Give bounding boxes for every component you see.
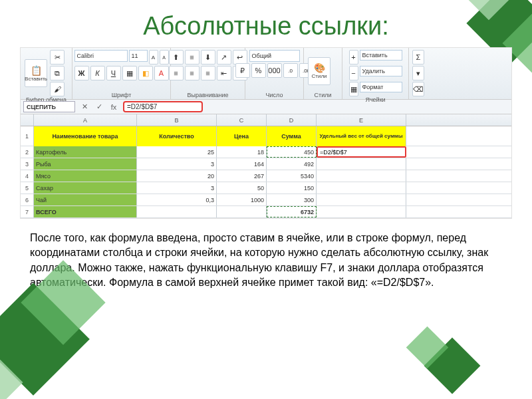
cell-price[interactable]: 18	[217, 146, 267, 158]
cell-total-sum[interactable]: 6732	[267, 206, 317, 217]
ribbon-group-clipboard: 📋 Вставить ✂ ⧉ 🖌 Буфер обмена	[21, 48, 72, 99]
cell-price[interactable]: 267	[217, 170, 267, 182]
format-cells-label[interactable]: Формат	[360, 82, 402, 92]
number-format-select[interactable]: Общий	[249, 50, 300, 62]
cell-name[interactable]: Чай	[34, 194, 137, 205]
indent-dec-button[interactable]: ⇤	[217, 66, 231, 80]
font-color-button[interactable]: A	[154, 66, 169, 80]
clear-button[interactable]: ⌫	[412, 82, 424, 96]
inc-decimal-button[interactable]: .0	[283, 63, 298, 78]
fill-color-button[interactable]: ◧	[138, 66, 153, 80]
table-row: 6 Чай 0,3 1000 300	[21, 194, 511, 206]
table-total-row: 7 ВСЕГО 6732	[21, 206, 511, 218]
insert-cell-button[interactable]: +	[349, 50, 358, 65]
font-shrink-button[interactable]: A	[160, 50, 169, 65]
row-label[interactable]: 2	[21, 146, 34, 158]
column-header-c[interactable]: C	[217, 114, 267, 126]
cell-empty[interactable]	[317, 206, 406, 217]
paste-button[interactable]: 📋 Вставить	[25, 59, 47, 87]
cell-name[interactable]: Сахар	[34, 182, 137, 194]
cell-qty[interactable]: 0,3	[137, 194, 217, 205]
percent-button[interactable]: %	[251, 63, 266, 78]
fx-button[interactable]: fx	[108, 102, 119, 112]
header-sum[interactable]: Сумма	[267, 126, 317, 146]
cell-name[interactable]: Мясо	[34, 170, 137, 182]
format-cell-button[interactable]: ▦	[349, 82, 358, 96]
font-grow-button[interactable]: A	[149, 50, 158, 65]
copy-button[interactable]: ⧉	[50, 66, 65, 80]
cell-qty[interactable]: 3	[137, 158, 217, 170]
column-header-a[interactable]: A	[34, 114, 137, 126]
align-top-button[interactable]: ⬆	[169, 50, 184, 65]
format-painter-button[interactable]: 🖌	[50, 82, 65, 96]
formula-accept-button[interactable]: ✓	[94, 102, 104, 112]
formula-cancel-button[interactable]: ✕	[79, 102, 90, 112]
column-header-d[interactable]: D	[267, 114, 317, 126]
border-button[interactable]: ▦	[122, 66, 137, 80]
italic-button[interactable]: К	[90, 66, 105, 80]
row-label[interactable]: 5	[21, 182, 34, 194]
orientation-button[interactable]: ↗	[217, 50, 231, 65]
row-label[interactable]: 4	[21, 170, 34, 182]
cell-sum[interactable]: 300	[267, 194, 317, 205]
insert-cells-label[interactable]: Вставить	[360, 50, 402, 61]
row-label-1[interactable]: 1	[21, 126, 34, 146]
header-share[interactable]: Удельный вес от общей суммы	[317, 126, 406, 146]
row-label[interactable]: 3	[21, 158, 34, 170]
cell-sum[interactable]: 450	[267, 146, 317, 158]
cell-empty[interactable]	[137, 206, 217, 217]
font-group-label: Шрифт	[76, 92, 166, 98]
cell-share-formula[interactable]: =D2/$D$7	[317, 146, 406, 158]
cell-share[interactable]	[317, 182, 406, 194]
bold-button[interactable]: Ж	[74, 66, 89, 80]
font-name-select[interactable]: Calibri	[74, 50, 128, 62]
autosum-button[interactable]: Σ	[412, 50, 424, 65]
column-headers: A B C D E	[21, 114, 511, 126]
fill-button[interactable]: ▾	[412, 66, 424, 80]
column-header-b[interactable]: B	[137, 114, 217, 126]
align-center-button[interactable]: ≡	[185, 66, 200, 80]
cell-name[interactable]: Рыба	[34, 158, 137, 170]
cell-qty[interactable]: 3	[137, 182, 217, 194]
cell-sum[interactable]: 5340	[267, 170, 317, 182]
column-header-e[interactable]: E	[317, 114, 406, 126]
cell-sum[interactable]: 492	[267, 158, 317, 170]
select-all-corner[interactable]	[21, 114, 34, 126]
cell-share[interactable]	[317, 158, 406, 170]
delete-cells-label[interactable]: Удалить	[360, 66, 402, 76]
align-right-button[interactable]: ≡	[201, 66, 215, 80]
row-label[interactable]: 7	[21, 206, 34, 217]
align-middle-button[interactable]: ≡	[185, 50, 200, 65]
cell-sum[interactable]: 150	[267, 182, 317, 194]
cell-share[interactable]	[317, 170, 406, 182]
formula-input[interactable]: =D2/$D$7	[123, 101, 203, 112]
styles-group-label: Стили	[308, 92, 338, 98]
cell-total-label[interactable]: ВСЕГО	[34, 206, 137, 217]
styles-button[interactable]: 🎨 Стили	[308, 57, 331, 85]
align-bottom-button[interactable]: ⬇	[201, 50, 215, 65]
row-label[interactable]: 6	[21, 194, 34, 205]
ribbon: 📋 Вставить ✂ ⧉ 🖌 Буфер обмена Calibri 11…	[21, 48, 511, 100]
cut-button[interactable]: ✂	[50, 50, 65, 65]
delete-cell-button[interactable]: −	[349, 66, 358, 80]
cell-name[interactable]: Картофель	[34, 146, 137, 158]
currency-button[interactable]: ₽	[235, 63, 250, 78]
header-price[interactable]: Цена	[217, 126, 267, 146]
underline-button[interactable]: Ч	[106, 66, 121, 80]
cell-price[interactable]: 1000	[217, 194, 267, 205]
header-qty[interactable]: Количество	[137, 126, 217, 146]
ribbon-group-font: Calibri 11 A A Ж К Ч ▦ ◧ A Шрифт	[72, 48, 171, 99]
font-size-select[interactable]: 11	[129, 50, 148, 62]
cell-empty[interactable]	[217, 206, 267, 217]
cell-qty[interactable]: 20	[137, 170, 217, 182]
name-box[interactable]: СЦЕПИТЬ	[23, 101, 75, 112]
styles-btn-label: Стили	[311, 73, 327, 79]
cell-price[interactable]: 164	[217, 158, 267, 170]
cell-qty[interactable]: 25	[137, 146, 217, 158]
paste-label: Вставить	[25, 76, 47, 82]
cell-price[interactable]: 50	[217, 182, 267, 194]
header-name[interactable]: Наименование товара	[34, 126, 137, 146]
comma-button[interactable]: 000	[267, 63, 282, 78]
align-left-button[interactable]: ≡	[169, 66, 184, 80]
cell-share[interactable]	[317, 194, 406, 205]
